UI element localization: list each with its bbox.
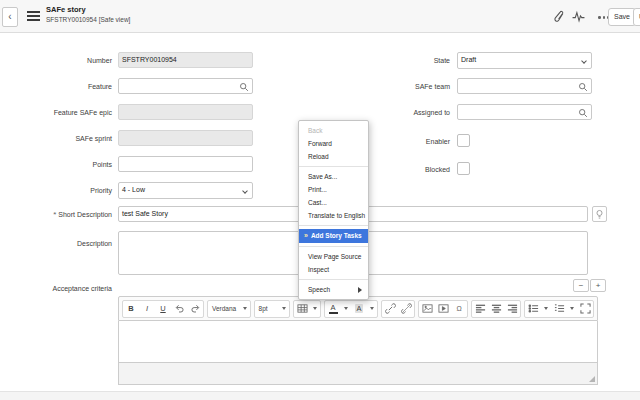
chevron-down-icon bbox=[370, 307, 374, 310]
bullet-list-icon[interactable] bbox=[525, 301, 541, 317]
menu-separator bbox=[299, 225, 368, 226]
submenu-arrow-icon bbox=[358, 287, 362, 293]
feature-label: Feature bbox=[6, 82, 112, 91]
feature-safe-epic-label: Feature SAFe epic bbox=[6, 108, 112, 117]
special-character-icon[interactable]: Ω bbox=[451, 301, 467, 317]
form-header: ‹ SAFe story SFSTRY0010954 [Safe view] S… bbox=[0, 0, 640, 33]
align-right-icon[interactable] bbox=[504, 301, 520, 317]
feature-safe-epic-field bbox=[118, 104, 253, 120]
menu-item-translate[interactable]: Translate to English bbox=[299, 209, 368, 222]
menu-separator bbox=[299, 246, 368, 247]
assigned-to-label: Assigned to bbox=[348, 108, 450, 117]
remove-link-icon[interactable] bbox=[398, 301, 414, 317]
bold-button[interactable]: B bbox=[123, 301, 139, 317]
align-left-icon[interactable] bbox=[472, 301, 488, 317]
menu-item-speech[interactable]: Speech bbox=[299, 283, 368, 296]
attachment-paperclip-icon[interactable] bbox=[553, 10, 566, 23]
editor-status-bar bbox=[118, 363, 598, 385]
record-number-subtitle: SFSTRY0010954 [Safe view] bbox=[46, 16, 130, 23]
chevron-down-icon bbox=[544, 307, 548, 310]
page-title: SAFe story bbox=[46, 5, 86, 14]
menu-item-add-story-tasks[interactable]: » Add Story Tasks bbox=[299, 229, 368, 243]
points-field[interactable] bbox=[118, 156, 253, 172]
state-label: State bbox=[348, 56, 450, 65]
number-label: Number bbox=[6, 56, 112, 65]
browser-context-menu: Back Forward Reload Save As... Print... … bbox=[298, 120, 369, 300]
insert-image-icon[interactable] bbox=[419, 301, 435, 317]
add-row-button[interactable]: + bbox=[590, 279, 606, 292]
safe-team-field[interactable] bbox=[457, 78, 592, 94]
chevron-down-icon bbox=[313, 307, 317, 310]
acceptance-criteria-richtext-editor: B I U Verdana 8pt bbox=[118, 296, 598, 385]
menu-item-print[interactable]: Print... bbox=[299, 183, 368, 196]
insert-media-icon[interactable] bbox=[435, 301, 451, 317]
enabler-checkbox[interactable] bbox=[457, 134, 470, 147]
chevron-down-icon bbox=[570, 307, 574, 310]
page-bottom-strip bbox=[0, 391, 640, 400]
menu-item-reload[interactable]: Reload bbox=[299, 150, 368, 163]
font-size-select[interactable]: 8pt bbox=[254, 300, 290, 318]
text-color-button[interactable]: A bbox=[325, 301, 341, 317]
short-description-label: *Short Description bbox=[6, 210, 112, 219]
align-center-icon[interactable] bbox=[488, 301, 504, 317]
redo-icon[interactable] bbox=[187, 301, 203, 317]
font-family-select[interactable]: Verdana bbox=[207, 300, 251, 318]
safe-story-form-page: ‹ SAFe story SFSTRY0010954 [Safe view] S… bbox=[0, 0, 640, 400]
menu-item-inspect[interactable]: Inspect bbox=[299, 263, 368, 276]
suggestion-lightbulb-button[interactable] bbox=[592, 206, 607, 222]
priority-select[interactable]: 4 - Low bbox=[118, 182, 253, 199]
blocked-checkbox[interactable] bbox=[457, 162, 470, 175]
chevron-down-icon bbox=[344, 307, 348, 310]
numbered-list-icon[interactable] bbox=[551, 301, 567, 317]
safe-sprint-field bbox=[118, 130, 253, 146]
priority-label: Priority bbox=[6, 186, 112, 195]
menu-item-back: Back bbox=[299, 124, 368, 137]
menu-separator bbox=[299, 166, 368, 167]
feature-search-icon[interactable] bbox=[239, 82, 249, 92]
context-menu-icon[interactable] bbox=[27, 11, 40, 22]
update-button[interactable]: Update bbox=[633, 8, 640, 26]
table-icon[interactable] bbox=[294, 301, 310, 317]
required-asterisk-icon: * bbox=[53, 210, 56, 219]
background-color-button[interactable]: A bbox=[351, 301, 367, 317]
menu-item-cast[interactable]: Cast... bbox=[299, 196, 368, 209]
resize-handle[interactable] bbox=[589, 376, 595, 382]
points-label: Points bbox=[6, 160, 112, 169]
description-label: Description bbox=[6, 239, 112, 248]
safe-sprint-label: SAFe sprint bbox=[6, 134, 112, 143]
save-button[interactable]: Save bbox=[608, 8, 636, 26]
safe-team-label: SAFe team bbox=[348, 82, 450, 91]
undo-icon[interactable] bbox=[171, 301, 187, 317]
menu-item-save-as[interactable]: Save As... bbox=[299, 170, 368, 183]
assigned-to-search-icon[interactable] bbox=[578, 108, 588, 118]
chevron-down-icon bbox=[243, 307, 247, 310]
fullscreen-icon[interactable] bbox=[577, 301, 593, 317]
menu-item-forward[interactable]: Forward bbox=[299, 137, 368, 150]
feature-field[interactable] bbox=[118, 78, 253, 94]
chevron-down-icon bbox=[242, 188, 248, 194]
state-select[interactable]: Draft bbox=[457, 52, 592, 69]
extension-icon: » bbox=[304, 229, 308, 243]
acceptance-criteria-row-controls: − + bbox=[573, 279, 606, 292]
assigned-to-field[interactable] bbox=[457, 104, 592, 120]
underline-button[interactable]: U bbox=[155, 301, 171, 317]
back-button[interactable]: ‹ bbox=[2, 7, 18, 27]
italic-button[interactable]: I bbox=[139, 301, 155, 317]
chevron-down-icon bbox=[581, 58, 587, 64]
editor-content-area[interactable] bbox=[118, 321, 598, 363]
remove-row-button[interactable]: − bbox=[573, 279, 589, 292]
number-field: SFSTRY0010954 bbox=[118, 52, 253, 68]
activity-stream-icon[interactable] bbox=[572, 10, 585, 23]
safe-team-search-icon[interactable] bbox=[578, 82, 588, 92]
insert-link-icon[interactable] bbox=[382, 301, 398, 317]
chevron-down-icon bbox=[282, 307, 286, 310]
acceptance-criteria-label: Acceptance criteria bbox=[6, 284, 112, 293]
menu-item-view-page-source[interactable]: View Page Source bbox=[299, 250, 368, 263]
menu-separator bbox=[299, 279, 368, 280]
